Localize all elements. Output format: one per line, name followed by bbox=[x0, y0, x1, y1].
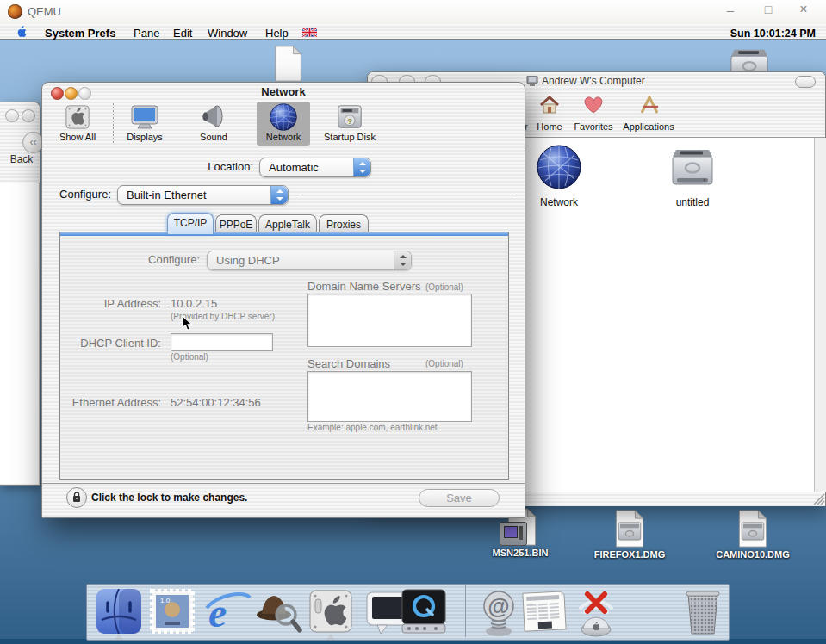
qemu-title: QEMU bbox=[28, 5, 61, 18]
menu-bar: System Prefs Pane Edit Window Help Sun 1… bbox=[0, 24, 826, 40]
dock-quicktime-icon[interactable] bbox=[401, 589, 446, 634]
toolbar-item-home[interactable]: Home bbox=[530, 94, 569, 135]
panel-configure-value: Using DHCP bbox=[216, 254, 280, 267]
panel-configure-popup[interactable]: Using DHCP bbox=[207, 251, 412, 270]
dock-sherlock-icon[interactable] bbox=[255, 589, 300, 634]
startup-disk-icon: ? bbox=[336, 103, 363, 131]
menu-app-name[interactable]: System Prefs bbox=[45, 27, 115, 40]
dhcp-client-id-input[interactable] bbox=[171, 333, 273, 351]
dock-trash-icon[interactable] bbox=[683, 587, 723, 635]
finder-item-network[interactable]: Network bbox=[523, 143, 595, 210]
lock-icon bbox=[72, 492, 81, 503]
finder-item-label: Network bbox=[523, 196, 595, 208]
desktop-icon-camino[interactable]: CAMINO10.DMG bbox=[729, 510, 777, 561]
ip-address-label: IP Address: bbox=[75, 297, 161, 310]
menu-pane[interactable]: Pane bbox=[134, 27, 159, 40]
window-minimize-button[interactable] bbox=[22, 109, 35, 122]
dhcp-optional-note: (Optional) bbox=[171, 352, 208, 362]
search-example-note: Example: apple.com, earthlink.net bbox=[307, 423, 438, 432]
dock-system-preferences-icon[interactable] bbox=[308, 589, 353, 634]
resize-grip[interactable] bbox=[811, 492, 825, 505]
toolbar-item-applications[interactable]: Applications bbox=[619, 94, 678, 135]
ethernet-address-value: 52:54:00:12:34:56 bbox=[171, 396, 261, 409]
home-icon bbox=[539, 96, 560, 115]
prefs-window-title: Network bbox=[197, 85, 370, 98]
toolbar-item-displays[interactable]: Displays bbox=[121, 103, 169, 145]
save-button-label: Save bbox=[446, 492, 472, 505]
toolbar-toggle-button[interactable] bbox=[795, 76, 816, 88]
configure-popup[interactable]: Built-in Ethernet bbox=[117, 185, 289, 205]
dock-finder-icon[interactable] bbox=[96, 589, 141, 634]
toolbar-item-sound[interactable]: Sound bbox=[189, 103, 238, 145]
window-close-button[interactable] bbox=[5, 109, 19, 122]
mouse-cursor bbox=[182, 315, 193, 331]
close-button[interactable] bbox=[51, 87, 64, 100]
displays-icon bbox=[130, 104, 159, 130]
dock-newspaper-icon[interactable] bbox=[520, 589, 565, 634]
footer-separator bbox=[42, 483, 525, 484]
back-window-content bbox=[0, 183, 40, 484]
tab-tcpip[interactable]: TCP/IP bbox=[167, 213, 214, 234]
prefs-titlebar[interactable]: Network bbox=[42, 83, 525, 102]
toolbar-item-label: Displays bbox=[121, 132, 169, 142]
apple-menu-icon[interactable] bbox=[16, 26, 28, 38]
prefs-toolbar: Show All Displays Sound Network ? Startu… bbox=[42, 102, 525, 146]
lock-button[interactable] bbox=[66, 487, 87, 508]
maximize-button[interactable]: □ bbox=[760, 3, 777, 20]
toolbar-item-label: Show All bbox=[53, 132, 102, 142]
computer-icon bbox=[526, 76, 538, 86]
menu-clock[interactable]: Sun 10:01:24 PM bbox=[730, 27, 816, 40]
popup-stepper-icon bbox=[394, 251, 411, 269]
network-globe-icon bbox=[270, 103, 297, 131]
menu-window[interactable]: Window bbox=[208, 27, 247, 40]
dock-divider bbox=[465, 585, 466, 637]
back-button-label: Back bbox=[5, 153, 38, 165]
search-domains-textarea[interactable] bbox=[307, 371, 472, 422]
location-label: Location: bbox=[167, 160, 253, 173]
ip-address-value: 10.0.2.15 bbox=[171, 297, 217, 310]
panel-configure-label: Configure: bbox=[114, 253, 200, 266]
network-prefs-window[interactable]: Network Show All Displays Sound Network bbox=[41, 82, 525, 518]
location-value: Automatic bbox=[269, 161, 319, 174]
keyboard-layout-flag-icon[interactable] bbox=[302, 28, 317, 37]
toolbar-item-show-all[interactable]: Show All bbox=[53, 103, 102, 145]
qemu-titlebar[interactable]: QEMU – □ × bbox=[0, 0, 826, 25]
dns-optional-note: (Optional) bbox=[425, 282, 463, 292]
close-button[interactable]: × bbox=[795, 2, 812, 19]
qemu-app-icon bbox=[8, 4, 22, 19]
minimize-button[interactable] bbox=[65, 87, 78, 100]
configure-label: Configure: bbox=[51, 188, 111, 201]
vertical-scrollbar[interactable] bbox=[814, 138, 826, 492]
dock-internet-explorer-icon[interactable]: e bbox=[203, 589, 248, 634]
toolbar-item-label: Favorites bbox=[569, 121, 618, 132]
tcpip-panel: Configure: Using DHCP Domain Name Server… bbox=[59, 232, 509, 480]
ethernet-address-label: Ethernet Address: bbox=[60, 396, 161, 409]
applications-icon bbox=[638, 96, 661, 115]
toolbar-item-network[interactable]: Network bbox=[259, 103, 307, 145]
dns-textarea[interactable] bbox=[307, 294, 472, 347]
sound-icon bbox=[200, 103, 227, 131]
save-button[interactable]: Save bbox=[419, 489, 500, 507]
msn-device-glyph bbox=[500, 522, 527, 546]
back-window[interactable]: ‹‹ Back bbox=[0, 102, 40, 486]
svg-text:?: ? bbox=[347, 116, 352, 126]
location-popup[interactable]: Automatic bbox=[259, 158, 371, 177]
toolbar-item-favorites[interactable]: Favorites bbox=[569, 94, 618, 135]
dock-mail-stamp-icon[interactable]: @ bbox=[477, 589, 522, 634]
desktop-document-icon[interactable] bbox=[273, 46, 303, 82]
toolbar-item-startup-disk[interactable]: ? Startup Disk bbox=[320, 103, 379, 145]
zoom-button[interactable] bbox=[78, 87, 91, 100]
desktop-icon-label: MSN251.BIN bbox=[482, 548, 558, 558]
lock-hint-text: Click the lock to make changes. bbox=[91, 492, 247, 504]
finder-item-untitled[interactable]: untitled bbox=[656, 143, 729, 210]
minimize-button[interactable]: – bbox=[722, 3, 739, 20]
desktop-icon-firefox[interactable]: FIREFOX1.DMG bbox=[606, 510, 654, 561]
dock-mail-icon[interactable]: 1.0 bbox=[150, 589, 195, 634]
show-all-icon bbox=[65, 104, 90, 130]
menu-help[interactable]: Help bbox=[265, 27, 289, 40]
menu-edit[interactable]: Edit bbox=[173, 27, 192, 40]
configure-rule bbox=[298, 195, 513, 195]
popup-stepper-icon bbox=[353, 158, 370, 176]
qemu-window: QEMU – □ × MSN251.BIN FIREFOX1.DMG CAMIN… bbox=[0, 0, 826, 644]
dock-airport-off-icon[interactable] bbox=[572, 589, 617, 634]
